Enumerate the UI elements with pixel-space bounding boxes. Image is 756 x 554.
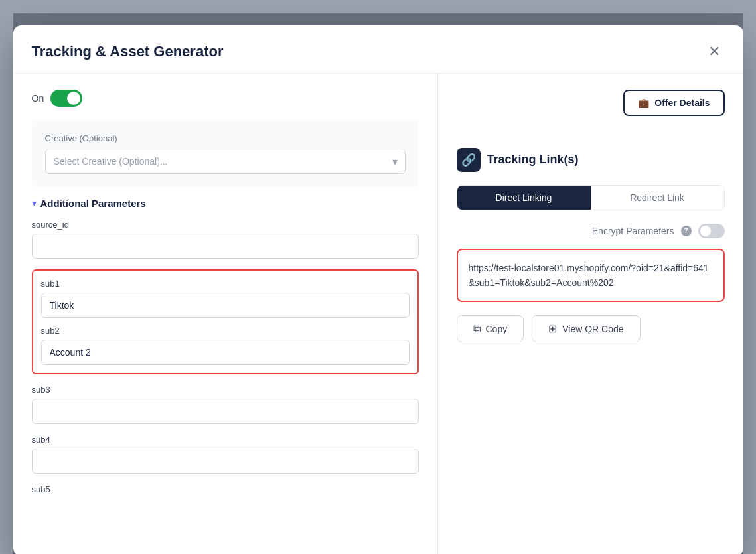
offer-details-label: Offer Details (654, 98, 710, 108)
sub3-input[interactable] (32, 399, 419, 424)
copy-button[interactable]: ⧉ Copy (457, 315, 524, 342)
creative-label: Creative (Optional) (45, 133, 406, 143)
copy-label: Copy (486, 324, 508, 334)
right-panel: 💼 Offer Details 🔗 Tracking Link(s) Direc… (438, 74, 743, 555)
sub2-input[interactable] (41, 340, 410, 365)
sub2-group: sub2 (41, 326, 410, 365)
url-display-box: https://test-localstore01.myshopify.com/… (457, 249, 725, 303)
source-id-group: source_id (32, 220, 419, 259)
source-id-label: source_id (32, 220, 419, 230)
left-panel: On Creative (Optional) Select Creative (… (13, 74, 438, 555)
close-icon: ✕ (708, 43, 720, 60)
tab-direct-linking[interactable]: Direct Linking (457, 186, 591, 210)
tracking-url-text: https://test-localstore01.myshopify.com/… (469, 263, 709, 288)
sub1-label: sub1 (41, 279, 410, 289)
sub3-group: sub3 (32, 385, 419, 424)
creative-select[interactable]: Select Creative (Optional)... (45, 149, 406, 174)
sub3-label: sub3 (32, 385, 419, 395)
tracking-links-header: 🔗 Tracking Link(s) (457, 148, 725, 172)
encrypt-toggle[interactable] (698, 224, 725, 238)
sub4-label: sub4 (32, 435, 419, 445)
tracking-toggle[interactable] (50, 90, 82, 107)
chevron-icon: ▾ (32, 198, 37, 208)
sub5-group: sub5 (32, 484, 419, 494)
modal-header: Tracking & Asset Generator ✕ (13, 25, 743, 74)
additional-params-toggle[interactable]: ▾ Additional Parameters (32, 198, 419, 209)
link-icon-box: 🔗 (457, 148, 481, 172)
tracking-links-title: Tracking Link(s) (487, 153, 579, 167)
sub2-label: sub2 (41, 326, 410, 336)
link-icon: 🔗 (461, 153, 476, 167)
tab-bar: Direct Linking Redirect Link (457, 185, 725, 210)
info-icon: ? (681, 226, 692, 236)
sub1-input[interactable] (41, 293, 410, 318)
source-id-input[interactable] (32, 234, 419, 259)
view-qr-button[interactable]: ⊞ View QR Code (532, 315, 640, 342)
sub4-input[interactable] (32, 449, 419, 474)
offer-details-button[interactable]: 💼 Offer Details (623, 90, 724, 116)
creative-select-wrapper: Select Creative (Optional)... ▾ (45, 149, 406, 174)
close-button[interactable]: ✕ (704, 41, 725, 62)
sub1-group: sub1 (41, 279, 410, 318)
modal-title: Tracking & Asset Generator (32, 43, 224, 60)
modal-container: Tracking & Asset Generator ✕ On (13, 25, 743, 555)
creative-section: Creative (Optional) Select Creative (Opt… (32, 120, 419, 187)
sub1-sub2-highlight: sub1 sub2 (32, 269, 419, 374)
toggle-label: On (32, 93, 44, 104)
action-buttons: ⧉ Copy ⊞ View QR Code (457, 315, 725, 342)
copy-icon: ⧉ (473, 323, 481, 335)
view-qr-label: View QR Code (562, 324, 623, 334)
modal-body: On Creative (Optional) Select Creative (… (13, 74, 743, 555)
encrypt-row: Encrypt Parameters ? (457, 224, 725, 238)
sub4-group: sub4 (32, 435, 419, 474)
tab-redirect-link[interactable]: Redirect Link (591, 186, 724, 210)
sub5-label: sub5 (32, 484, 419, 494)
qr-icon: ⊞ (548, 322, 557, 335)
briefcase-icon: 💼 (638, 98, 649, 108)
toggle-row: On (32, 90, 419, 107)
encrypt-label: Encrypt Parameters (592, 226, 674, 236)
additional-params-title: Additional Parameters (40, 198, 146, 209)
